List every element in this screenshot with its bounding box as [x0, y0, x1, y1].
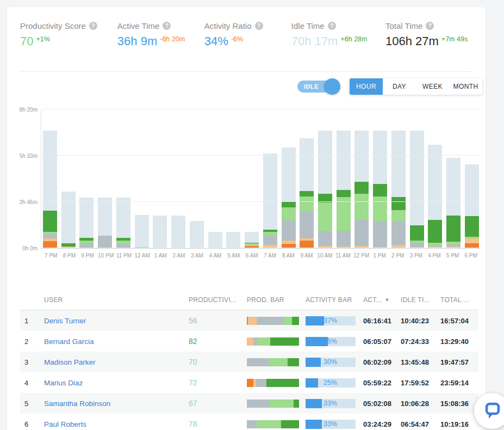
bar-4-am[interactable]: [208, 232, 222, 248]
tab-hour[interactable]: HOUR: [350, 78, 383, 95]
total-time-cell: 19:47:57: [440, 358, 478, 366]
header-activity-bar[interactable]: ACTIVITY BAR: [306, 296, 363, 304]
bar-7-pm[interactable]: [43, 131, 57, 248]
bar-9-pm[interactable]: [79, 198, 94, 248]
activity-bar: 45%: [306, 337, 356, 346]
header-productivi[interactable]: PRODUCTIVI...: [189, 296, 247, 304]
bar-10-am[interactable]: [318, 131, 332, 248]
help-icon[interactable]: ?: [426, 22, 434, 30]
bar-5-am[interactable]: [226, 232, 240, 248]
chart-controls: IDLE HOURDAYWEEKMONTH: [297, 78, 482, 95]
header-user[interactable]: USER: [44, 296, 189, 304]
user-cell: Marius Diaz: [44, 378, 189, 388]
productivity-score-cell: 82: [189, 337, 247, 346]
idle-toggle[interactable]: IDLE: [297, 81, 333, 93]
prod-bar-segment: [270, 337, 299, 346]
tab-month[interactable]: MONTH: [449, 78, 482, 95]
stat-label: Activity Ratio: [204, 21, 252, 30]
bar-8-pm[interactable]: [61, 192, 76, 248]
bar-segment-idle: [300, 138, 314, 191]
header-act[interactable]: ACT...▼: [363, 296, 401, 304]
bar-2-pm[interactable]: [391, 131, 406, 248]
x-axis-tick-label: 1 PM: [370, 253, 389, 259]
stat-delta: -6%: [231, 36, 243, 43]
bar-segment-neutral: [337, 231, 351, 247]
prod-bar-segment: [247, 400, 270, 408]
tab-week[interactable]: WEEK: [416, 78, 449, 95]
bar-3-pm[interactable]: [410, 131, 424, 248]
bar-11-am[interactable]: [337, 131, 351, 248]
sort-desc-icon[interactable]: ▼: [384, 297, 389, 303]
help-icon[interactable]: ?: [163, 22, 171, 30]
gridline: [41, 109, 480, 109]
table-row: 4Marius Diaz7225%05:59:2217:59:5223:59:1…: [20, 372, 478, 393]
x-axis-tick-label: 8 AM: [279, 253, 298, 259]
header-label: USER: [44, 296, 63, 304]
toggle-knob-icon[interactable]: [324, 78, 340, 95]
bar-segment-idle: [135, 215, 149, 247]
bar-10-pm[interactable]: [98, 198, 112, 248]
activity-bar-cell: 25%: [306, 378, 363, 388]
user-cell: Paul Roberts: [44, 419, 189, 429]
bar-12-pm[interactable]: [354, 131, 369, 248]
idle-time-cell: 17:59:52: [401, 379, 440, 387]
help-icon[interactable]: ?: [328, 22, 336, 30]
bar-4-pm[interactable]: [428, 145, 442, 248]
y-axis-tick-label: 8h 20m: [20, 107, 38, 113]
idle-time-cell: 10:40:23: [401, 317, 440, 325]
bar-segment-idle: [43, 131, 57, 211]
y-axis-tick-label: 5h 33m: [20, 153, 38, 159]
activity-bar: 25%: [306, 378, 356, 388]
user-link[interactable]: Madison Parker: [44, 358, 96, 366]
bar-1-pm[interactable]: [373, 131, 387, 248]
bar-12-am[interactable]: [135, 215, 149, 248]
bar-segment-somewhat-productive: [318, 202, 332, 231]
prod-bar-segment: [281, 420, 299, 428]
stat-value: 34%: [204, 35, 228, 47]
bar-11-pm[interactable]: [116, 198, 130, 248]
header-label: ACTIVITY BAR: [306, 296, 352, 304]
chart-x-axis-labels: 7 PM8 PM9 PM10 PM11 PM12 AM1 AM2 AM3 AM4…: [42, 253, 480, 259]
user-link[interactable]: Marius Diaz: [44, 379, 83, 387]
stat-idle-time: Idle Time?70h 17m+6h 28m: [291, 21, 385, 47]
help-icon[interactable]: ?: [89, 22, 97, 30]
bar-2-am[interactable]: [171, 216, 185, 248]
stat-value-row: 36h 9m-6h 20m: [117, 35, 204, 47]
gridline: [41, 155, 480, 156]
bar-3-am[interactable]: [190, 221, 204, 248]
header-idle-ti[interactable]: IDLE TI...: [401, 296, 440, 304]
bar-8-am[interactable]: [282, 148, 296, 248]
help-icon[interactable]: ?: [255, 22, 263, 30]
user-link[interactable]: Denis Turner: [44, 317, 86, 325]
bar-1-am[interactable]: [153, 216, 167, 248]
stat-productivity-score: Productivity Score?70+1%: [20, 21, 117, 47]
user-link[interactable]: Bernard Garcia: [44, 337, 94, 346]
prod-bar-segment: [257, 337, 270, 346]
header-total[interactable]: TOTAL ...: [440, 296, 478, 304]
bar-6-pm[interactable]: [465, 164, 479, 248]
stat-value-row: 70h 17m+6h 28m: [291, 35, 385, 47]
user-link[interactable]: Paul Roberts: [44, 420, 86, 428]
bar-segment-neutral: [263, 236, 277, 245]
y-axis-tick-label: 0h 0m: [22, 245, 38, 251]
bar-segment-idle: [79, 198, 94, 238]
stat-delta: +7m 49s: [441, 36, 468, 43]
active-time-cell: 03:24:29: [363, 420, 401, 428]
bar-5-pm[interactable]: [446, 158, 461, 248]
prod-bar-cell: [247, 379, 306, 387]
idle-time-cell: 07:24:33: [401, 337, 440, 346]
active-time-cell: 06:16:41: [363, 317, 401, 325]
header-prod-bar[interactable]: PROD. BAR: [247, 296, 306, 304]
x-axis-tick-label: 4 AM: [206, 253, 225, 259]
row-rank: 5: [20, 400, 44, 408]
table-row: 6Paul Roberts7833%03:24:2906:54:4710:19:…: [20, 414, 478, 430]
user-link[interactable]: Samantha Robinson: [44, 400, 110, 408]
bar-7-am[interactable]: [263, 153, 277, 248]
bar-segment-idle: [354, 131, 369, 181]
bar-segment-idle: [337, 131, 351, 190]
bar-6-am[interactable]: [245, 232, 259, 248]
stat-value: 36h 9m: [117, 35, 157, 47]
tab-day[interactable]: DAY: [383, 78, 416, 95]
prod-bar-cell: [247, 317, 306, 325]
chart-plot-area: 0h 0m2h 46m5h 33m8h 20m: [41, 110, 480, 249]
